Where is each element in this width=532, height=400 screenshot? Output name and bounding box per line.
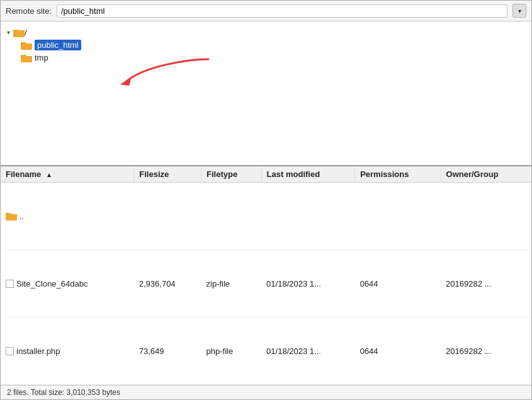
column-header-permissions[interactable]: Permissions — [355, 166, 441, 183]
cell-filetype — [201, 183, 262, 250]
folder-icon-root — [13, 28, 25, 37]
filename-label: installer.php — [16, 346, 60, 356]
cell-filetype: php-file — [201, 317, 262, 385]
cell-filename: Site_Clone_64dabc — [1, 250, 134, 317]
cell-last_modified: 01/18/2023 1... — [261, 250, 355, 317]
table-row[interactable]: Site_Clone_64dabc2,936,704zip-file01/18/… — [1, 250, 531, 317]
file-table: Filename ▲ Filesize Filetype Last modifi… — [1, 166, 531, 385]
column-header-filetype[interactable]: Filetype — [201, 166, 262, 183]
tree-item-root[interactable]: ▾ / — [1, 26, 531, 38]
cell-last_modified: 01/18/2023 1... — [261, 317, 355, 385]
svg-marker-2 — [120, 77, 132, 86]
table-row[interactable]: installer.php73,649php-file01/18/2023 1.… — [1, 317, 531, 385]
dropdown-icon: ▾ — [518, 8, 521, 14]
filename-label: .. — [20, 212, 24, 221]
cell-filesize: 2,936,704 — [134, 250, 201, 317]
folder-icon-tmp — [21, 54, 32, 62]
cell-permissions: 0644 — [355, 317, 441, 385]
tree-panel: ▾ / public_html tmp — [1, 21, 531, 166]
table-row[interactable]: .. — [1, 183, 531, 250]
cell-permissions — [355, 183, 441, 250]
column-header-owner-group[interactable]: Owner/Group — [441, 166, 531, 183]
file-panel: Filename ▲ Filesize Filetype Last modifi… — [1, 166, 531, 385]
folder-icon — [6, 212, 17, 220]
cell-owner_group — [441, 183, 531, 250]
remote-site-label: Remote site: — [6, 6, 52, 16]
tree-item-public-html[interactable]: public_html — [1, 38, 531, 52]
table-header-row: Filename ▲ Filesize Filetype Last modifi… — [1, 166, 531, 183]
sort-indicator: ▲ — [46, 171, 52, 178]
cell-owner_group: 20169282 ... — [441, 250, 531, 317]
filename-label: Site_Clone_64dabc — [16, 279, 88, 289]
column-header-last-modified[interactable]: Last modified — [261, 166, 355, 183]
tree-label-public-html: public_html — [35, 40, 81, 50]
status-bar: 2 files. Total size: 3,010,353 bytes — [1, 385, 531, 399]
cell-filetype: zip-file — [201, 250, 262, 317]
column-header-filename[interactable]: Filename ▲ — [1, 166, 134, 183]
cell-owner_group: 20169282 ... — [441, 317, 531, 385]
cell-filesize — [134, 183, 201, 250]
status-text: 2 files. Total size: 3,010,353 bytes — [7, 388, 120, 397]
tree-label-root: / — [25, 28, 27, 37]
folder-icon-public-html — [21, 41, 32, 50]
remote-site-dropdown-button[interactable]: ▾ — [512, 4, 526, 18]
tree-item-tmp[interactable]: tmp — [1, 52, 531, 64]
tree-toggle-root[interactable]: ▾ — [3, 29, 13, 36]
column-header-filesize[interactable]: Filesize — [134, 166, 201, 183]
cell-filename: .. — [1, 183, 134, 250]
remote-site-input[interactable] — [57, 4, 507, 18]
cell-filename: installer.php — [1, 317, 134, 385]
file-icon — [6, 280, 14, 288]
cell-last_modified — [261, 183, 355, 250]
tree-label-tmp: tmp — [35, 53, 48, 62]
cell-permissions: 0644 — [355, 250, 441, 317]
file-icon — [6, 347, 14, 355]
cell-filesize: 73,649 — [134, 317, 201, 385]
remote-site-bar: Remote site: ▾ — [1, 1, 531, 21]
